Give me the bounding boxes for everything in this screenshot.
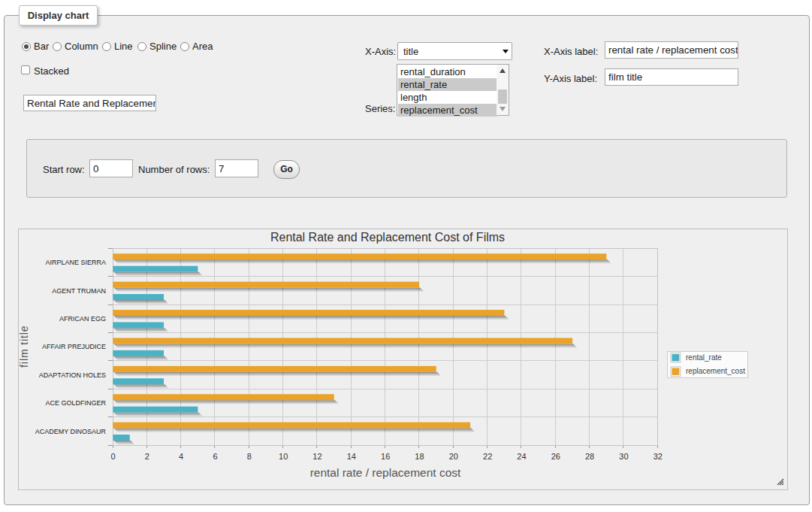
- svg-text:10: 10: [279, 452, 288, 461]
- svg-text:ACE GOLDFINGER: ACE GOLDFINGER: [45, 399, 106, 407]
- svg-text:16: 16: [381, 452, 390, 461]
- svg-text:12: 12: [312, 452, 321, 461]
- svg-text:24: 24: [517, 452, 526, 461]
- svg-text:ACADEMY DINOSAUR: ACADEMY DINOSAUR: [35, 428, 107, 435]
- svg-text:AIRPLANE SIERRA: AIRPLANE SIERRA: [45, 259, 106, 266]
- svg-text:22: 22: [483, 452, 492, 461]
- svg-text:AFRICAN EGG: AFRICAN EGG: [59, 315, 106, 323]
- svg-text:AGENT TRUMAN: AGENT TRUMAN: [52, 287, 106, 295]
- svg-text:2: 2: [145, 452, 149, 461]
- svg-text:18: 18: [415, 452, 424, 461]
- svg-text:14: 14: [347, 452, 356, 461]
- svg-text:20: 20: [449, 452, 458, 461]
- svg-text:Rental Rate and Replacement Co: Rental Rate and Replacement Cost of Film…: [270, 231, 505, 244]
- svg-text:AFFAIR PREJUDICE: AFFAIR PREJUDICE: [42, 343, 106, 350]
- svg-text:replacement_cost: replacement_cost: [686, 367, 745, 375]
- svg-text:rental_rate: rental_rate: [686, 353, 722, 362]
- svg-text:6: 6: [213, 452, 217, 461]
- svg-text:28: 28: [585, 452, 594, 461]
- svg-text:rental rate / replacement cost: rental rate / replacement cost: [310, 466, 461, 479]
- svg-text:0: 0: [110, 452, 115, 461]
- svg-text:30: 30: [619, 452, 628, 461]
- svg-text:8: 8: [247, 452, 252, 461]
- svg-text:32: 32: [654, 452, 663, 461]
- svg-text:ADAPTATION HOLES: ADAPTATION HOLES: [39, 371, 106, 379]
- svg-text:26: 26: [551, 452, 560, 461]
- svg-text:film title: film title: [18, 325, 30, 367]
- svg-text:4: 4: [179, 452, 183, 461]
